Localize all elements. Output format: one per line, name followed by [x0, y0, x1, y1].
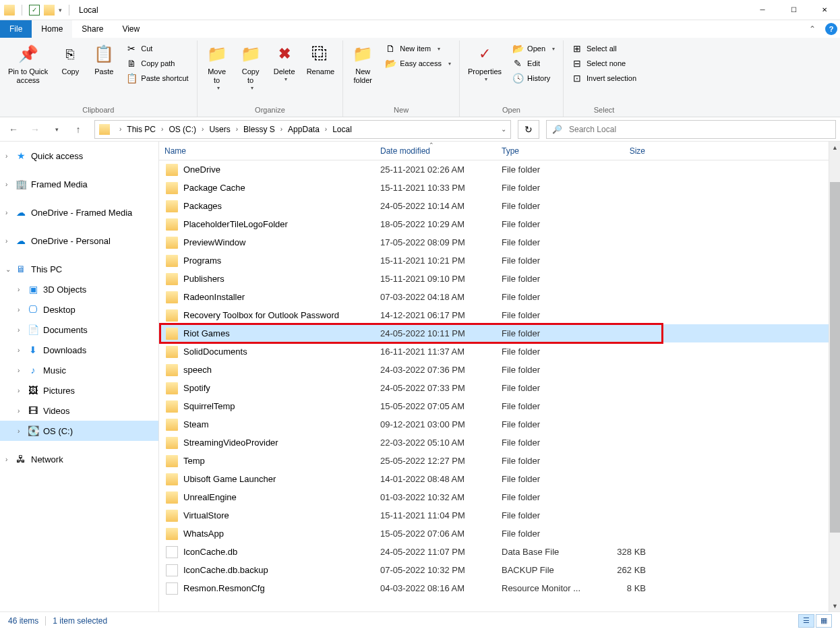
- tree-os-c[interactable]: ›💽OS (C:): [0, 421, 158, 441]
- scroll-down-icon[interactable]: ▼: [829, 600, 840, 611]
- column-type[interactable]: Type: [496, 142, 597, 160]
- chevron-right-icon[interactable]: ›: [157, 125, 167, 133]
- column-date[interactable]: Date modified: [375, 142, 496, 160]
- table-row[interactable]: Resmon.ResmonCfg04-03-2022 08:16 AMResou…: [159, 579, 829, 597]
- open-button[interactable]: Open: [508, 42, 559, 55]
- invert-selection-button[interactable]: Invert selection: [568, 71, 640, 85]
- table-row[interactable]: RadeonInstaller07-03-2022 04:18 AMFile f…: [159, 288, 829, 306]
- close-button[interactable]: ✕: [809, 0, 840, 20]
- history-button[interactable]: History: [508, 71, 559, 85]
- up-button[interactable]: ↑: [69, 120, 88, 139]
- table-row[interactable]: IconCache.db24-05-2022 11:07 PMData Base…: [159, 543, 829, 561]
- select-none-button[interactable]: Select none: [568, 57, 640, 70]
- delete-button[interactable]: Delete: [269, 40, 300, 85]
- list-rows[interactable]: OneDrive25-11-2021 02:26 AMFile folderPa…: [159, 160, 829, 611]
- table-row[interactable]: SolidDocuments16-11-2021 11:37 AMFile fo…: [159, 342, 829, 361]
- table-row[interactable]: Package Cache15-11-2021 10:33 PMFile fol…: [159, 179, 829, 197]
- minimize-button[interactable]: ─: [747, 0, 778, 20]
- table-row[interactable]: Riot Games24-05-2022 10:11 PMFile folder: [159, 324, 829, 342]
- collapse-ribbon-icon[interactable]: ⌃: [802, 20, 822, 38]
- address-bar[interactable]: › This PC › OS (C:) › Users › Blessy S ›…: [94, 120, 511, 139]
- chevron-right-icon[interactable]: ›: [276, 125, 287, 133]
- table-row[interactable]: Spotify24-05-2022 07:33 PMFile folder: [159, 379, 829, 397]
- table-row[interactable]: Recovery Toolbox for Outlook Password14-…: [159, 306, 829, 324]
- qat-dropdown-icon[interactable]: [44, 5, 55, 16]
- table-row[interactable]: IconCache.db.backup07-05-2022 10:32 PMBA…: [159, 561, 829, 579]
- table-row[interactable]: PlaceholderTileLogoFolder18-05-2022 10:2…: [159, 215, 829, 233]
- properties-button[interactable]: Properties: [464, 40, 506, 85]
- copy-to-button[interactable]: Copy to: [235, 40, 266, 94]
- chevron-down-icon[interactable]: ⌄: [501, 125, 506, 133]
- copy-path-button[interactable]: Copy path: [122, 57, 192, 70]
- tree-onedrive-personal[interactable]: ›☁OneDrive - Personal: [0, 231, 158, 251]
- forward-button[interactable]: →: [26, 120, 44, 139]
- chevron-right-icon[interactable]: ›: [198, 125, 208, 133]
- tree-framed-media[interactable]: ›🏢Framed Media: [0, 174, 158, 194]
- table-row[interactable]: Temp25-05-2022 12:27 PMFile folder: [159, 452, 829, 470]
- easy-access-button[interactable]: Easy access: [381, 57, 455, 70]
- table-row[interactable]: SquirrelTemp15-05-2022 07:05 AMFile fold…: [159, 397, 829, 415]
- breadcrumb[interactable]: Local: [331, 125, 353, 134]
- tree-network[interactable]: ›🖧Network: [0, 449, 158, 469]
- tree-quick-access[interactable]: ›★Quick access: [0, 146, 158, 166]
- help-button[interactable]: ?: [822, 20, 840, 38]
- breadcrumb[interactable]: Users: [208, 125, 231, 134]
- table-row[interactable]: WhatsApp15-05-2022 07:06 AMFile folder: [159, 525, 829, 543]
- tree-music[interactable]: ›♪Music: [0, 360, 158, 380]
- pin-to-quick-access-button[interactable]: Pin to Quick access: [4, 40, 52, 88]
- breadcrumb[interactable]: Blessy S: [242, 125, 276, 134]
- search-box[interactable]: 🔍: [546, 120, 836, 139]
- tree-downloads[interactable]: ›⬇Downloads: [0, 340, 158, 360]
- vertical-scrollbar[interactable]: ▲ ▼: [829, 142, 840, 611]
- breadcrumb[interactable]: AppData: [287, 125, 321, 134]
- column-name[interactable]: Name: [159, 142, 375, 160]
- edit-button[interactable]: Edit: [508, 57, 559, 70]
- scroll-up-icon[interactable]: ▲: [829, 142, 840, 153]
- rename-button[interactable]: Rename: [303, 40, 339, 79]
- cut-button[interactable]: Cut: [122, 42, 192, 55]
- table-row[interactable]: Ubisoft Game Launcher14-01-2022 08:48 AM…: [159, 470, 829, 488]
- table-row[interactable]: StreamingVideoProvider22-03-2022 05:10 A…: [159, 433, 829, 452]
- search-input[interactable]: [569, 125, 830, 134]
- move-to-button[interactable]: Move to: [202, 40, 233, 94]
- new-folder-button[interactable]: New folder: [347, 40, 378, 88]
- copy-button[interactable]: Copy: [55, 40, 86, 79]
- view-large-button[interactable]: ▦: [816, 614, 832, 628]
- tree-videos[interactable]: ›🎞Videos: [0, 400, 158, 421]
- refresh-button[interactable]: ↻: [518, 120, 539, 139]
- paste-button[interactable]: Paste: [88, 40, 119, 79]
- table-row[interactable]: Packages24-05-2022 10:14 AMFile folder: [159, 197, 829, 215]
- chevron-right-icon[interactable]: ›: [115, 125, 125, 133]
- tree-desktop[interactable]: ›🖵Desktop: [0, 299, 158, 320]
- select-all-button[interactable]: Select all: [568, 42, 640, 55]
- new-item-button[interactable]: New item: [381, 42, 455, 55]
- column-size[interactable]: Size: [597, 142, 651, 160]
- maximize-button[interactable]: ☐: [778, 0, 809, 20]
- table-row[interactable]: Programs15-11-2021 10:21 PMFile folder: [159, 251, 829, 270]
- chevron-right-icon[interactable]: ›: [321, 125, 331, 133]
- tree-documents[interactable]: ›📄Documents: [0, 320, 158, 340]
- back-button[interactable]: ←: [4, 120, 23, 139]
- table-row[interactable]: VirtualStore15-11-2021 11:04 PMFile fold…: [159, 506, 829, 525]
- table-row[interactable]: UnrealEngine01-03-2022 10:32 AMFile fold…: [159, 488, 829, 506]
- tab-file[interactable]: File: [0, 20, 32, 38]
- tree-this-pc[interactable]: ⌄🖥This PC: [0, 259, 158, 279]
- tab-home[interactable]: Home: [32, 20, 72, 38]
- chevron-right-icon[interactable]: ›: [232, 125, 242, 133]
- table-row[interactable]: PreviewWindow17-05-2022 08:09 PMFile fol…: [159, 233, 829, 251]
- tree-3d-objects[interactable]: ›▣3D Objects: [0, 279, 158, 299]
- tab-share[interactable]: Share: [72, 20, 113, 38]
- scroll-thumb[interactable]: [830, 182, 840, 533]
- paste-shortcut-button[interactable]: Paste shortcut: [122, 71, 192, 85]
- chevron-down-icon[interactable]: ▾: [59, 7, 62, 13]
- table-row[interactable]: OneDrive25-11-2021 02:26 AMFile folder: [159, 160, 829, 179]
- breadcrumb[interactable]: This PC: [125, 125, 157, 134]
- tree-onedrive-framed[interactable]: ›☁OneDrive - Framed Media: [0, 202, 158, 222]
- table-row[interactable]: Steam09-12-2021 03:00 PMFile folder: [159, 415, 829, 433]
- view-details-button[interactable]: ☰: [798, 614, 814, 628]
- navigation-tree[interactable]: ›★Quick access ›🏢Framed Media ›☁OneDrive…: [0, 142, 159, 611]
- table-row[interactable]: speech24-03-2022 07:36 PMFile folder: [159, 361, 829, 379]
- tab-view[interactable]: View: [113, 20, 149, 38]
- qat-checkbox-icon[interactable]: ✓: [29, 5, 40, 16]
- breadcrumb[interactable]: OS (C:): [167, 125, 198, 134]
